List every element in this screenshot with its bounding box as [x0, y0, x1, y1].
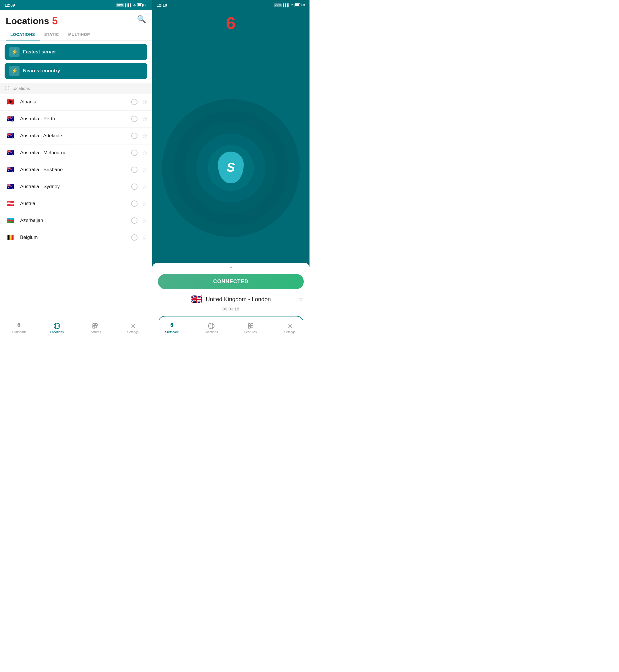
page-title: Locations	[6, 16, 49, 26]
location-actions: ☆	[131, 116, 147, 122]
connected-star-icon[interactable]: ☆	[298, 295, 304, 303]
left-panel: 12:09 VPN ▌▌▌ ⊙ 80 Locations 5 🔍 LOCATIO…	[0, 0, 152, 336]
nav-item-locations[interactable]: Locations	[38, 323, 76, 334]
list-item[interactable]: 🇦🇿 Azerbaijan ☆	[0, 212, 152, 229]
location-name: Australia - Sydney	[20, 184, 131, 190]
right-signal-bars-icon: ▌▌▌	[283, 3, 289, 7]
left-status-bar: 12:09 VPN ▌▌▌ ⊙ 80	[0, 0, 152, 10]
connected-status-button: CONNECTED	[158, 274, 304, 289]
right-nav-item-settings[interactable]: Settings	[270, 323, 310, 334]
right-nav-label-locations: Locations	[204, 330, 218, 334]
connection-timer: 00:00:18	[158, 307, 304, 311]
right-nav-item-surfshark[interactable]: Surfshark	[152, 323, 192, 334]
right-panel: 12:10 VPN ▌▌▌ ⊙ 80 6 S ⌃ CONNECTED	[152, 0, 310, 336]
nearest-country-icon: ⚡	[9, 66, 19, 76]
search-icon[interactable]: 🔍	[137, 15, 146, 24]
list-item[interactable]: 🇦🇺 Australia - Adelaide ☆	[0, 128, 152, 144]
signal-bars-icon: ▌▌▌	[125, 3, 132, 7]
star-icon[interactable]: ☆	[142, 166, 147, 173]
austria-flag: 🇦🇹	[5, 199, 16, 208]
bolt-icon-2: ⚡	[11, 68, 17, 74]
location-name: Australia - Perth	[20, 116, 131, 122]
battery-percent: 80	[144, 3, 147, 7]
tab-locations[interactable]: LOCATIONS	[6, 29, 40, 41]
panel-handle[interactable]: ⌃	[158, 263, 304, 274]
signal-icon	[131, 116, 138, 122]
connected-location-row: 🇬🇧 United Kingdom - London ☆	[158, 294, 304, 305]
chevron-up-icon: ⌃	[229, 265, 233, 272]
battery-icon	[137, 3, 143, 7]
location-name: Azerbaijan	[20, 218, 131, 223]
star-icon[interactable]: ☆	[142, 200, 147, 207]
location-list: 🇦🇱 Albania ☆ 🇦🇺 Australia - Perth ☆ 🇦🇺 A…	[0, 93, 152, 320]
right-vpn-badge: VPN	[274, 3, 282, 7]
surfshark-nav-icon	[15, 323, 22, 329]
step-number: 6	[226, 13, 235, 33]
location-name: Australia - Brisbane	[20, 167, 131, 173]
star-icon[interactable]: ☆	[142, 98, 147, 106]
connected-text: CONNECTED	[213, 279, 248, 284]
logo-shape: S	[218, 152, 244, 183]
right-surfshark-nav-icon	[168, 323, 176, 329]
right-nav-item-features[interactable]: Features	[231, 323, 270, 334]
locations-badge: 5	[52, 15, 58, 27]
right-wifi-icon: ⊙	[291, 3, 293, 7]
star-icon[interactable]: ☆	[142, 116, 147, 122]
nearest-country-label: Nearest country	[23, 68, 60, 74]
right-bottom-nav: Surfshark Locations Features	[152, 320, 310, 336]
location-actions: ☆	[131, 183, 147, 190]
signal-icon	[131, 166, 138, 173]
location-name: Australia - Adelaide	[20, 133, 131, 139]
svg-rect-5	[93, 326, 95, 328]
fastest-server-button[interactable]: ⚡ Fastest server	[5, 44, 147, 60]
list-item[interactable]: 🇦🇺 Australia - Brisbane ☆	[0, 161, 152, 178]
right-settings-nav-icon	[286, 323, 293, 329]
star-icon[interactable]: ☆	[142, 234, 147, 241]
battery-fill	[138, 4, 141, 6]
connected-country-name: United Kingdom - London	[206, 296, 271, 303]
nav-item-settings[interactable]: Settings	[114, 323, 152, 334]
list-item[interactable]: 🇦🇺 Australia - Sydney ☆	[0, 178, 152, 195]
right-battery-fill	[295, 4, 299, 6]
right-battery-percent: 80	[301, 3, 305, 7]
nav-item-features[interactable]: Features	[76, 323, 114, 334]
svg-rect-13	[251, 324, 253, 326]
list-item[interactable]: 🇧🇪 Belgium ☆	[0, 229, 152, 246]
star-icon[interactable]: ☆	[142, 132, 147, 139]
australia-brisbane-flag: 🇦🇺	[5, 165, 16, 174]
quick-options: ⚡ Fastest server ⚡ Nearest country	[0, 41, 152, 82]
right-nav-label-settings: Settings	[284, 330, 296, 334]
nearest-country-button[interactable]: ⚡ Nearest country	[5, 63, 147, 79]
nav-label-settings: Settings	[127, 330, 139, 334]
location-actions: ☆	[131, 234, 147, 241]
settings-nav-icon	[130, 323, 136, 329]
wifi-icon: ⊙	[133, 3, 136, 7]
star-icon[interactable]: ☆	[142, 217, 147, 224]
right-nav-item-locations[interactable]: Locations	[192, 323, 231, 334]
location-actions: ☆	[131, 132, 147, 139]
nav-item-surfshark[interactable]: Surfshark	[0, 323, 38, 334]
list-item[interactable]: 🇦🇺 Australia - Perth ☆	[0, 111, 152, 128]
info-icon: ⓘ	[5, 85, 9, 91]
star-icon[interactable]: ☆	[142, 183, 147, 190]
locations-nav-icon	[53, 323, 60, 329]
signal-icon	[131, 150, 138, 156]
bolt-icon: ⚡	[11, 49, 17, 55]
list-item[interactable]: 🇦🇱 Albania ☆	[0, 93, 152, 111]
signal-icon	[131, 217, 138, 224]
svg-rect-3	[93, 324, 95, 326]
fastest-server-label: Fastest server	[23, 49, 56, 55]
nav-label-locations: Locations	[50, 330, 64, 334]
svg-rect-12	[248, 324, 250, 326]
list-item[interactable]: 🇦🇺 Australia - Melbourne ☆	[0, 144, 152, 161]
tab-multihop[interactable]: MULTIHOP	[63, 29, 94, 40]
right-time: 12:10	[157, 3, 167, 7]
signal-icon	[131, 99, 138, 105]
list-item[interactable]: 🇦🇹 Austria ☆	[0, 195, 152, 212]
bottom-nav: Surfshark Locations Features	[0, 320, 152, 336]
signal-icon	[131, 133, 138, 139]
tab-static[interactable]: STATIC	[40, 29, 63, 40]
right-status-icons: VPN ▌▌▌ ⊙ 80	[274, 3, 305, 7]
left-time: 12:09	[5, 3, 15, 7]
star-icon[interactable]: ☆	[142, 149, 147, 156]
